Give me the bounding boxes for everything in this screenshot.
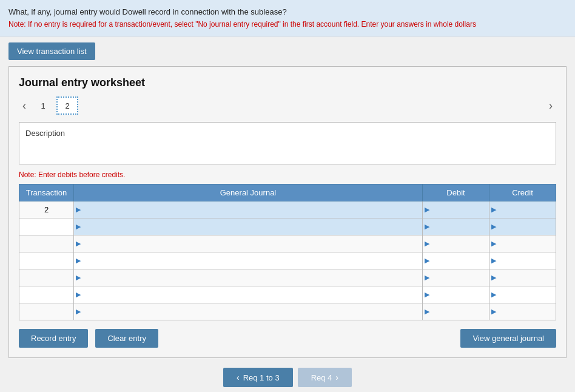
credit-arrow-icon-5: ▶ — [489, 291, 498, 299]
description-label: Description — [25, 129, 65, 138]
tab-prev-arrow[interactable]: ‹ — [19, 98, 30, 113]
table-row-tx-5 — [19, 286, 74, 303]
table-row-journal-6[interactable]: ▶ — [74, 303, 423, 320]
table-row-journal-0[interactable]: ▶ — [74, 201, 423, 218]
journal-arrow-icon-1: ▶ — [74, 223, 82, 231]
clear-entry-button[interactable]: Clear entry — [95, 329, 158, 348]
debit-input-1[interactable] — [431, 218, 489, 235]
worksheet-title: Journal entry worksheet — [19, 76, 556, 89]
table-row-credit-5[interactable]: ▶ — [489, 286, 556, 303]
table-row-credit-1[interactable]: ▶ — [489, 218, 556, 235]
credit-input-6[interactable] — [498, 303, 556, 320]
debit-input-6[interactable] — [431, 303, 489, 320]
debit-input-2[interactable] — [431, 235, 489, 252]
nav-right-icon: › — [335, 373, 338, 382]
journal-arrow-icon-5: ▶ — [74, 291, 82, 299]
table-row-debit-3[interactable]: ▶ — [423, 252, 489, 269]
col-header-credit: Credit — [489, 184, 556, 201]
journal-arrow-icon-0: ▶ — [74, 206, 82, 214]
credit-input-0[interactable] — [498, 201, 556, 218]
table-row-journal-3[interactable]: ▶ — [74, 252, 423, 269]
debit-input-3[interactable] — [431, 252, 489, 269]
journal-input-2[interactable] — [82, 235, 422, 252]
journal-table: Transaction General Journal Debit Credit… — [19, 184, 556, 320]
instruction-box: What, if any, journal entry would Dowell… — [0, 0, 575, 36]
req-4-label: Req 4 — [311, 373, 332, 382]
tab-navigation: ‹ 1 2 › — [19, 96, 556, 115]
journal-arrow-icon-3: ▶ — [74, 257, 82, 265]
credit-input-3[interactable] — [498, 252, 556, 269]
credit-arrow-icon-4: ▶ — [489, 274, 498, 282]
col-header-general-journal: General Journal — [74, 184, 423, 201]
debit-arrow-icon-6: ▶ — [423, 308, 431, 316]
credit-input-2[interactable] — [498, 235, 556, 252]
table-row-tx-6 — [19, 303, 74, 320]
action-buttons: Record entry Clear entry View general jo… — [19, 329, 556, 348]
tab-next-arrow[interactable]: › — [545, 98, 556, 113]
table-row-debit-0[interactable]: ▶ — [423, 201, 489, 218]
debit-arrow-icon-4: ▶ — [423, 274, 431, 282]
debit-input-0[interactable] — [431, 201, 489, 218]
credit-arrow-icon-1: ▶ — [489, 223, 498, 231]
tab-1[interactable]: 1 — [32, 96, 54, 115]
journal-arrow-icon-2: ▶ — [74, 240, 82, 248]
table-row-journal-2[interactable]: ▶ — [74, 235, 423, 252]
table-row-credit-3[interactable]: ▶ — [489, 252, 556, 269]
journal-input-1[interactable] — [82, 218, 422, 235]
table-row-debit-6[interactable]: ▶ — [423, 303, 489, 320]
credit-arrow-icon-6: ▶ — [489, 308, 498, 316]
journal-input-5[interactable] — [82, 286, 422, 303]
chevron-left-icon: ‹ — [22, 100, 26, 112]
nav-left-icon: ‹ — [237, 373, 240, 382]
description-box: Description — [19, 122, 556, 164]
instruction-note: Note: If no entry is required for a tran… — [8, 20, 476, 29]
view-transaction-button[interactable]: View transaction list — [8, 42, 95, 60]
credit-arrow-icon-0: ▶ — [489, 206, 498, 214]
table-row-debit-4[interactable]: ▶ — [423, 269, 489, 286]
debit-arrow-icon-1: ▶ — [423, 223, 431, 231]
note-debits: Note: Enter debits before credits. — [19, 171, 556, 179]
bottom-navigation: ‹ Req 1 to 3 Req 4 › — [0, 368, 575, 387]
journal-input-0[interactable] — [82, 201, 422, 218]
debit-input-5[interactable] — [431, 286, 489, 303]
credit-input-4[interactable] — [498, 269, 556, 286]
credit-input-1[interactable] — [498, 218, 556, 235]
debit-arrow-icon-2: ▶ — [423, 240, 431, 248]
table-row-credit-2[interactable]: ▶ — [489, 235, 556, 252]
debit-input-4[interactable] — [431, 269, 489, 286]
table-row-credit-6[interactable]: ▶ — [489, 303, 556, 320]
journal-input-4[interactable] — [82, 269, 422, 286]
col-header-debit: Debit — [423, 184, 489, 201]
tab-2[interactable]: 2 — [56, 96, 78, 115]
chevron-right-icon: › — [549, 100, 553, 112]
journal-input-3[interactable] — [82, 252, 422, 269]
credit-input-5[interactable] — [498, 286, 556, 303]
table-row-debit-2[interactable]: ▶ — [423, 235, 489, 252]
journal-arrow-icon-6: ▶ — [74, 308, 82, 316]
debit-arrow-icon-0: ▶ — [423, 206, 431, 214]
table-row-credit-0[interactable]: ▶ — [489, 201, 556, 218]
table-row-journal-4[interactable]: ▶ — [74, 269, 423, 286]
instruction-main: What, if any, journal entry would Dowell… — [8, 7, 287, 16]
debit-arrow-icon-5: ▶ — [423, 291, 431, 299]
table-row-journal-1[interactable]: ▶ — [74, 218, 423, 235]
table-row-debit-5[interactable]: ▶ — [423, 286, 489, 303]
table-row-debit-1[interactable]: ▶ — [423, 218, 489, 235]
journal-input-6[interactable] — [82, 303, 422, 320]
col-header-transaction: Transaction — [19, 184, 74, 201]
req-1-to-3-button[interactable]: ‹ Req 1 to 3 — [223, 368, 293, 387]
req-1-to-3-label: Req 1 to 3 — [243, 373, 280, 382]
credit-arrow-icon-3: ▶ — [489, 257, 498, 265]
table-row-credit-4[interactable]: ▶ — [489, 269, 556, 286]
table-row-tx-3 — [19, 252, 74, 269]
view-general-journal-button[interactable]: View general journal — [460, 329, 556, 348]
table-row-tx-1 — [19, 218, 74, 235]
table-row-tx-2 — [19, 235, 74, 252]
req-4-button[interactable]: Req 4 › — [298, 368, 352, 387]
journal-entry-worksheet: Journal entry worksheet ‹ 1 2 › Descript… — [8, 66, 567, 358]
table-row-tx-4 — [19, 269, 74, 286]
table-row-tx-0: 2 — [19, 201, 74, 218]
credit-arrow-icon-2: ▶ — [489, 240, 498, 248]
record-entry-button[interactable]: Record entry — [19, 329, 88, 348]
table-row-journal-5[interactable]: ▶ — [74, 286, 423, 303]
